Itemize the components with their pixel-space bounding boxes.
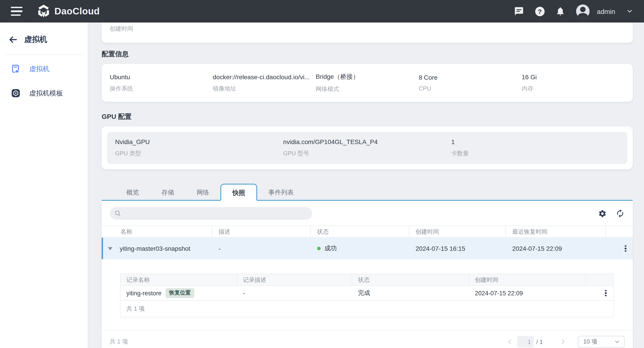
column-header-actions	[606, 226, 633, 237]
tab-storage[interactable]: 存储	[150, 185, 185, 200]
page-number-input[interactable]: 1	[517, 336, 534, 347]
pagination: 1 / 1 10 项	[505, 336, 625, 348]
tab-overview[interactable]: 概览	[115, 185, 150, 200]
config-field-cpu: 8 Core CPU	[419, 74, 522, 92]
config-field-network: Bridge（桥接） 网络模式	[316, 73, 419, 93]
select-chevron-down-icon	[614, 338, 620, 345]
row-actions-kebab-icon[interactable]	[622, 243, 629, 254]
row-collapse-caret-icon[interactable]	[108, 247, 112, 250]
gpu-card: Nvidia_GPU GPU 类型 nvidia.com/GP104GL_TES…	[102, 127, 633, 169]
snapshot-description: -	[212, 245, 311, 252]
refresh-icon	[616, 209, 625, 218]
column-header-status: 状态	[311, 226, 409, 237]
tab-events[interactable]: 事件列表	[257, 185, 305, 200]
config-field-image: docker://release-ci.daocloud.io/vi... 镜像…	[213, 73, 316, 93]
record-column-actions	[586, 274, 614, 285]
snapshot-row-expanded-area: 记录名称 记录描述 状态 创建时间 yiting-restore 恢复位置 -	[102, 259, 633, 330]
column-header-last-restored: 最近恢复时间	[506, 226, 606, 237]
hamburger-menu-icon[interactable]	[11, 7, 22, 16]
prev-page-chevron-icon[interactable]	[505, 338, 513, 346]
tab-snapshot[interactable]: 快照	[220, 184, 257, 201]
restore-record-row: yiting-restore 恢复位置 - 完成 2024-07-15 22:0…	[120, 286, 614, 301]
search-icon	[114, 210, 122, 217]
column-header-name: 名称	[102, 226, 212, 237]
page-size-select[interactable]: 10 项	[578, 336, 625, 348]
username[interactable]: admin	[597, 8, 615, 15]
snapshot-last-restored-time: 2024-07-15 22:09	[506, 245, 606, 252]
snapshot-table-header: 名称 描述 状态 创建时间 最近恢复时间	[102, 226, 633, 238]
help-icon[interactable]: ?	[535, 6, 544, 16]
total-count: 共 1 项	[110, 338, 128, 346]
detail-tabs: 概览 存储 网络 快照 事件列表	[102, 184, 633, 201]
snapshot-table-row[interactable]: yiting-master03-snapshot - 成功 2024-07-15…	[102, 238, 633, 259]
gpu-field-model: nvidia.com/GP104GL_TESLA_P4 GPU 型号	[283, 138, 451, 158]
gpu-field-type: Nvidia_GPU GPU 类型	[115, 138, 283, 158]
record-column-status: 状态	[352, 274, 469, 285]
snapshot-status: 成功	[311, 244, 409, 253]
status-success-dot	[317, 247, 321, 250]
messages-icon[interactable]	[514, 6, 524, 16]
gear-icon	[598, 209, 606, 218]
snapshot-panel: 名称 描述 状态 创建时间 最近恢复时间 yiting-master03-sna…	[102, 201, 633, 348]
brand-name: DaoCloud	[54, 6, 100, 17]
record-column-name: 记录名称	[120, 274, 237, 285]
page-size-value: 10 项	[583, 338, 614, 346]
config-card: Ubuntu 操作系统 docker://release-ci.daocloud…	[102, 64, 633, 102]
record-status: 完成	[352, 289, 469, 297]
panel-footer: 共 1 项 1 / 1 10 项	[102, 330, 633, 348]
created-time-label: 创建时间	[110, 25, 625, 33]
record-description: -	[237, 290, 352, 296]
top-bar: DaoCloud ? admin	[0, 0, 644, 23]
daocloud-logo-icon	[37, 4, 50, 19]
config-section-heading: 配置信息	[102, 50, 633, 59]
restore-position-badge: 恢复位置	[166, 288, 194, 298]
back-arrow-icon[interactable]	[8, 35, 18, 44]
user-menu-chevron-down-icon[interactable]	[626, 8, 633, 15]
restore-record-table: 记录名称 记录描述 状态 创建时间 yiting-restore 恢复位置 -	[120, 274, 614, 317]
record-created-time: 2024-07-15 22:09	[469, 290, 586, 296]
snapshot-name: yiting-master03-snapshot	[120, 245, 190, 252]
sidebar-title: 虚拟机	[24, 34, 47, 45]
snapshot-created-time: 2024-07-15 16:15	[409, 245, 506, 252]
notifications-bell-icon[interactable]	[556, 6, 565, 16]
column-header-description: 描述	[212, 226, 311, 237]
vm-document-cloud-icon	[11, 64, 20, 73]
sidebar-item-virtual-machines[interactable]: 虚拟机	[0, 59, 88, 79]
config-field-os: Ubuntu 操作系统	[110, 73, 213, 93]
config-field-memory: 16 Gi 内存	[522, 73, 625, 93]
search-input[interactable]	[124, 210, 308, 217]
gpu-section-heading: GPU 配置	[102, 113, 633, 121]
record-total-count: 共 1 项	[120, 301, 614, 317]
brand-logo[interactable]: DaoCloud	[37, 4, 100, 19]
overview-card-partial: 创建时间	[102, 23, 633, 43]
sidebar: 虚拟机 虚拟机 虚拟机模板	[0, 23, 88, 348]
sidebar-item-vm-templates[interactable]: 虚拟机模板	[0, 83, 88, 104]
tab-network[interactable]: 网络	[185, 185, 220, 200]
search-box[interactable]	[110, 207, 312, 220]
main-content: 创建时间 配置信息 Ubuntu 操作系统 docker://release-c…	[88, 23, 644, 348]
gpu-field-count: 1 卡数量	[451, 138, 619, 158]
table-settings-button[interactable]	[598, 209, 607, 218]
sidebar-divider	[6, 55, 82, 55]
record-name: yiting-restore	[126, 290, 162, 296]
record-column-description: 记录描述	[237, 274, 352, 285]
vm-template-icon	[11, 89, 20, 98]
user-avatar[interactable]	[576, 5, 590, 18]
sidebar-item-label: 虚拟机	[29, 65, 50, 73]
sidebar-item-label: 虚拟机模板	[29, 89, 63, 98]
record-actions-kebab-icon[interactable]	[602, 288, 609, 298]
record-column-created: 创建时间	[469, 274, 586, 285]
page-total: / 1	[536, 338, 543, 345]
refresh-button[interactable]	[616, 209, 625, 218]
column-header-created: 创建时间	[409, 226, 506, 237]
next-page-chevron-icon[interactable]	[559, 338, 567, 346]
